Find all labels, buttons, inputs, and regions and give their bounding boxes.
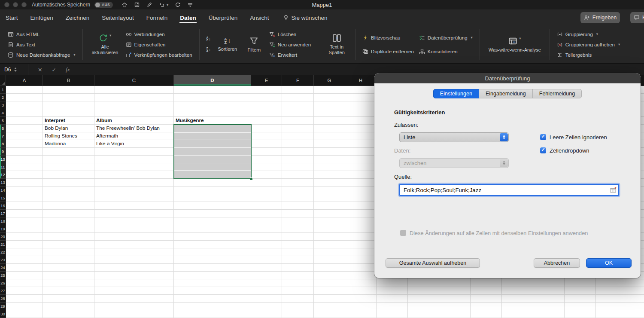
advanced-filter-button[interactable]: Erweitert — [269, 51, 311, 58]
tab-ansicht[interactable]: Ansicht — [249, 13, 269, 23]
tab-start[interactable]: Start — [5, 13, 18, 23]
row-header-10[interactable]: 10 — [0, 156, 6, 163]
tab-daten[interactable]: Daten — [179, 13, 197, 23]
undo-icon[interactable]: ▾ — [159, 2, 168, 8]
tab-fehlermeldung[interactable]: Fehlermeldung — [532, 89, 582, 98]
row-header-12[interactable]: 12 — [0, 171, 6, 179]
row-header-18[interactable]: 18 — [0, 217, 6, 225]
data-validation-button[interactable]: Datenüberprüfung ▾ — [419, 34, 473, 41]
flash-fill-button[interactable]: Blitzvorschau — [362, 34, 414, 41]
cell-B5[interactable]: Interpret — [43, 117, 94, 125]
row-header-17[interactable]: 17 — [0, 210, 6, 217]
autosave-toggle[interactable]: AUS — [94, 2, 113, 8]
cancel-entry-button[interactable]: ✕ — [38, 67, 42, 73]
row-header-6[interactable]: 6 — [0, 125, 6, 132]
cell-C8[interactable]: Like a Virgin — [94, 140, 174, 148]
from-html-button[interactable]: Aus HTML — [8, 31, 76, 38]
connections-button[interactable]: Verbindungen — [126, 31, 192, 38]
row-header-27[interactable]: 27 — [0, 287, 6, 295]
group-button[interactable]: Gruppierung ▾ — [557, 31, 620, 38]
row-header-2[interactable]: 2 — [0, 94, 6, 101]
row-header-30[interactable]: 30 — [0, 310, 6, 318]
column-header-D[interactable]: D — [174, 75, 251, 86]
redo-icon[interactable] — [175, 2, 181, 8]
cell-C6[interactable]: The Freewheelin' Bob Dylan — [94, 125, 174, 132]
confirm-entry-button[interactable]: ✓ — [52, 67, 56, 73]
zoom-window-button[interactable] — [21, 2, 27, 7]
ok-button[interactable]: OK — [586, 258, 632, 268]
allow-dropdown[interactable]: Liste — [399, 132, 509, 142]
share-button[interactable]: Freigeben — [580, 12, 620, 23]
column-header-C[interactable]: C — [94, 75, 174, 86]
row-header-15[interactable]: 15 — [0, 194, 6, 202]
column-header-E[interactable]: E — [251, 75, 282, 86]
row-header-22[interactable]: 22 — [0, 248, 6, 256]
minimize-window-button[interactable] — [13, 2, 18, 7]
cell-B7[interactable]: Rolling Stones — [43, 132, 94, 140]
clear-filter-button[interactable]: Löschen — [269, 31, 311, 38]
row-header-8[interactable]: 8 — [0, 140, 6, 148]
pen-icon[interactable] — [146, 2, 152, 8]
remove-duplicates-button[interactable]: Duplikate entfernen — [362, 48, 414, 55]
customize-toolbar-icon[interactable] — [187, 2, 193, 8]
cancel-button[interactable]: Abbrechen — [534, 258, 580, 268]
consolidate-button[interactable]: Konsolidieren — [419, 48, 473, 55]
row-header-14[interactable]: 14 — [0, 187, 6, 194]
row-header-9[interactable]: 9 — [0, 148, 6, 156]
ungroup-button[interactable]: Gruppierung aufheben ▾ — [557, 41, 620, 48]
tab-eingabemeldung[interactable]: Eingabemeldung — [479, 89, 533, 98]
source-input[interactable] — [399, 184, 619, 196]
sort-ascending-button[interactable]: AZ ↓ — [207, 36, 211, 43]
tab-ueberpruefen[interactable]: Überprüfen — [208, 13, 238, 23]
save-icon[interactable] — [134, 2, 140, 8]
cell-B8[interactable]: Madonna — [43, 140, 94, 148]
name-box[interactable]: D6 — [0, 64, 28, 75]
text-to-columns-button[interactable]: Text in Spalten — [325, 34, 348, 55]
refresh-all-button[interactable]: ▾ Alle aktualisieren — [90, 34, 121, 55]
comments-button[interactable]: K — [630, 12, 644, 23]
insert-function-button[interactable]: fx — [66, 66, 70, 73]
row-header-7[interactable]: 7 — [0, 132, 6, 140]
row-header-21[interactable]: 21 — [0, 241, 6, 248]
subtotal-button[interactable]: Teilergebnis — [557, 51, 620, 58]
edit-links-button[interactable]: Verknüpfungen bearbeiten — [126, 51, 192, 58]
column-header-A[interactable]: A — [6, 75, 43, 86]
reapply-filter-button[interactable]: Neu anwenden — [269, 41, 311, 48]
row-header-25[interactable]: 25 — [0, 272, 6, 279]
row-header-24[interactable]: 24 — [0, 264, 6, 272]
row-header-20[interactable]: 20 — [0, 233, 6, 241]
tab-einstellungen[interactable]: Einstellungen — [433, 89, 479, 98]
row-header-19[interactable]: 19 — [0, 225, 6, 233]
properties-button[interactable]: Eigenschaften — [126, 41, 192, 48]
home-icon[interactable] — [122, 2, 128, 8]
cell-D5[interactable]: Musikgenre — [174, 117, 251, 125]
row-header-3[interactable]: 3 — [0, 101, 6, 109]
select-all-corner[interactable] — [0, 75, 6, 86]
cell-C5[interactable]: Album — [94, 117, 174, 125]
tell-me-search[interactable]: Sie wünschen — [283, 15, 328, 21]
column-header-B[interactable]: B — [43, 75, 94, 86]
selected-range[interactable] — [173, 124, 252, 179]
tab-einfuegen[interactable]: Einfügen — [30, 13, 54, 23]
filter-button[interactable]: Filtern — [244, 37, 264, 53]
tab-zeichnen[interactable]: Zeichnen — [65, 13, 90, 23]
column-header-G[interactable]: G — [314, 75, 345, 86]
row-header-1[interactable]: 1 — [0, 86, 6, 94]
tab-seitenlayout[interactable]: Seitenlayout — [101, 13, 134, 23]
row-header-29[interactable]: 29 — [0, 303, 6, 310]
row-header-28[interactable]: 28 — [0, 295, 6, 303]
row-header-11[interactable]: 11 — [0, 163, 6, 171]
cell-B6[interactable]: Bob Dylan — [43, 125, 94, 132]
row-header-26[interactable]: 26 — [0, 279, 6, 287]
tab-formeln[interactable]: Formeln — [146, 13, 168, 23]
column-header-H[interactable]: H — [345, 75, 377, 86]
from-text-button[interactable]: Aus Text — [8, 41, 76, 48]
fill-handle[interactable] — [250, 177, 253, 180]
cell-C7[interactable]: Aftermath — [94, 132, 174, 140]
sort-button[interactable]: AZ ↓ Sortieren — [216, 37, 239, 52]
row-header-23[interactable]: 23 — [0, 256, 6, 264]
row-header-16[interactable]: 16 — [0, 202, 6, 210]
ignore-blank-checkbox[interactable] — [540, 134, 546, 140]
clear-all-button[interactable]: Gesamte Auswahl aufheben — [386, 258, 480, 268]
close-window-button[interactable] — [4, 2, 9, 7]
